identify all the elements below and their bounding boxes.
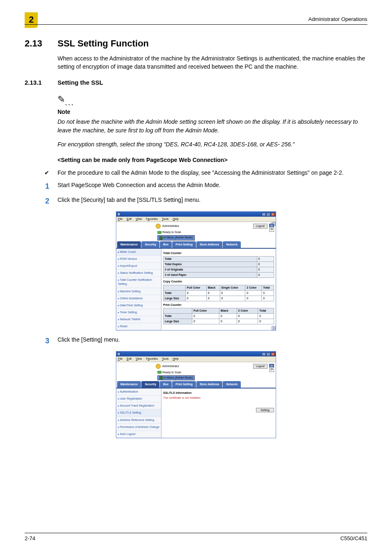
setting-button[interactable]: Setting [256,408,274,412]
menu-help[interactable]: Help [173,217,178,220]
tab-box[interactable]: Box [160,381,172,388]
sidebar-status-notification[interactable]: Status Notification Setting [116,270,161,277]
sidebar-ssl-tls[interactable]: SSL/TLS Setting [116,409,161,416]
sidebar-permission-address[interactable]: Permission of Address Change [116,424,161,431]
sidebar-user-registration[interactable]: User Registration [116,395,161,402]
menu-mode-label: In Menu (Admin Mode) [164,376,193,379]
subsection-number: 2.13.1 [25,78,58,87]
avatar-icon [156,224,161,229]
header-title: Administrator Operations [308,16,367,23]
copy-counter-table: Full Color Black Single Color 2 Color To… [163,285,274,301]
step-number-2: 2 [25,196,58,206]
tab-box[interactable]: Box [160,241,172,248]
tab-store-address[interactable]: Store Address [196,241,223,248]
sidebar-account-track[interactable]: Account Track Registration [116,402,161,409]
note-text-1: Do not leave the machine with the Admin … [58,118,367,134]
close-button[interactable]: × [271,352,275,356]
note-label: Note [58,108,367,116]
ssl-info-title: SSL/TLS Information [163,391,274,395]
ellipsis-icon: ... [65,98,74,107]
sidebar: Meter Count ROM Version Import/Export St… [116,249,161,331]
tab-print-setting[interactable]: Print Setting [172,381,196,388]
folder-icon [159,376,163,379]
scanner-icon [157,231,161,234]
section-number: 2.13 [25,37,58,50]
sidebar-total-counter-notification[interactable]: Total Counter Notification Setting [116,277,161,288]
menu-edit[interactable]: Edit [127,357,131,360]
screenshot-window-2: _ □ × File Edit View Favorites Tools Hel… [116,351,276,438]
menu-file[interactable]: File [118,357,122,360]
tab-network[interactable]: Network [223,241,241,248]
sidebar-meter-count[interactable]: Meter Count [116,249,161,256]
menu-file[interactable]: File [118,217,122,220]
admin-label: Administrator [162,224,179,228]
sidebar-auto-logout[interactable]: Auto Logout [116,431,161,438]
tab-maintenance[interactable]: Maintenance [117,381,141,388]
sidebar-address-reference[interactable]: Address Reference Setting [116,417,161,424]
table-row: Total 0 0 0 0 [164,314,274,319]
menu-edit[interactable]: Edit [127,217,131,220]
check-icon: ✔ [44,169,49,176]
menu-mode-label: In Menu (Admin Mode) [164,236,193,239]
sidebar-network-twain[interactable]: Network TWAIN [116,316,161,323]
minimize-button[interactable]: _ [262,352,266,356]
logout-button[interactable]: Logout [253,364,267,369]
table-row: Total 0 0 0 0 0 [164,290,274,296]
step-text-3: Click the [Setting] menu. [58,335,120,346]
menu-tools[interactable]: Tools [162,357,168,360]
note-block: ✎... Note Do not leave the machine with … [58,93,367,148]
tab-store-address[interactable]: Store Address [196,381,223,388]
maximize-button[interactable]: □ [266,213,270,216]
scanner-icon [157,371,161,374]
menu-view[interactable]: View [136,217,142,220]
intro-paragraph: When access to the Administrator of the … [58,54,367,71]
browser-menu[interactable]: File Edit View Favorites Tools Help [116,356,276,362]
menu-view[interactable]: View [136,357,142,360]
content-pane: SSL/TLS Information The certificate is n… [161,388,276,438]
sidebar-authentication[interactable]: Authentication [116,388,161,395]
bullet-text: For the procedure to call the Admin Mode… [58,169,344,177]
maximize-button[interactable]: □ [266,352,270,356]
table-row: Large Size 0 0 0 0 [164,319,274,324]
refresh-icon[interactable]: ⟳ [269,227,274,232]
ready-label: Ready to Scan [162,231,181,234]
footer-page: 2-74 [25,535,35,543]
close-button[interactable]: × [271,213,275,216]
sidebar-reset[interactable]: Reset [116,323,161,330]
table-row: Large Size 0 0 0 0 0 [164,296,274,301]
tab-bar: Maintenance Security Box Print Setting S… [116,240,276,248]
sidebar-machine-setting[interactable]: Machine Setting [116,288,161,295]
tab-maintenance[interactable]: Maintenance [117,241,141,248]
logout-button[interactable]: Logout [253,224,267,229]
admin-label: Administrator [162,364,179,368]
menu-favorites[interactable]: Favorites [146,357,158,360]
sidebar-date-time[interactable]: Date/Time Setting [116,302,161,309]
minimize-button[interactable]: _ [262,213,266,216]
scroll-down-icon[interactable]: ▾ [272,326,276,330]
tab-security[interactable]: Security [141,381,159,388]
sidebar: Authentication User Registration Account… [116,388,161,438]
menu-favorites[interactable]: Favorites [146,217,158,220]
tab-network[interactable]: Network [223,381,241,388]
menu-help[interactable]: Help [173,357,178,360]
step-number-1: 1 [25,181,58,192]
refresh-icon[interactable]: ⟳ [269,367,274,372]
print-counter-table: Full Color Black 2 Color Total Total 0 0… [163,308,274,324]
browser-menu[interactable]: File Edit View Favorites Tools Help [116,217,276,222]
step-text-2: Click the [Security] tab and the [SSL/TL… [58,196,201,206]
window-icon [117,352,120,356]
note-text-2: For encryption strength, select the stro… [58,140,367,148]
tab-security[interactable]: Security [141,241,159,248]
sidebar-import-export[interactable]: Import/Export [116,263,161,270]
total-counter-title: Total Counter [163,251,274,255]
tab-bar: Maintenance Security Box Print Setting S… [116,380,276,388]
tab-print-setting[interactable]: Print Setting [172,241,196,248]
screenshot-window-1: _ □ × File Edit View Favorites Tools Hel… [116,211,276,331]
sidebar-online-assistance[interactable]: Online Assistance [116,295,161,302]
sidebar-rom-version[interactable]: ROM Version [116,256,161,263]
window-icon [117,213,120,216]
copy-counter-title: Copy Counter [163,280,274,284]
menu-tools[interactable]: Tools [162,217,168,220]
sidebar-timer-setting[interactable]: Timer Setting [116,309,161,316]
cert-warning: The certificate is not installed. [163,396,274,400]
